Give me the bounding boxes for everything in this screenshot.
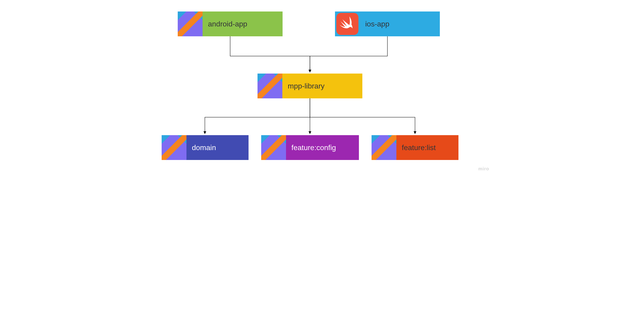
- node-label: mpp-library: [282, 82, 362, 90]
- node-feature-config: feature:config: [261, 135, 359, 160]
- node-domain: domain: [162, 135, 248, 160]
- edge-mpp-domain: [205, 98, 310, 134]
- watermark: miro: [478, 166, 489, 172]
- node-feature-list: feature:list: [372, 135, 458, 160]
- kotlin-icon: [178, 12, 202, 36]
- node-android-app: android-app: [178, 12, 282, 36]
- edge-ios-mpp: [310, 36, 388, 72]
- kotlin-icon: [162, 135, 186, 160]
- node-label: ios-app: [360, 20, 440, 28]
- kotlin-icon: [372, 135, 396, 160]
- node-label: domain: [186, 144, 248, 152]
- kotlin-icon: [261, 135, 286, 160]
- node-label: feature:list: [396, 144, 458, 152]
- node-label: android-app: [202, 20, 282, 28]
- diagram-canvas: android-app ios-app mpp-library domain f…: [152, 0, 492, 173]
- node-ios-app: ios-app: [335, 12, 440, 36]
- edge-android-mpp: [230, 36, 310, 72]
- node-mpp-library: mpp-library: [258, 74, 362, 98]
- kotlin-icon: [258, 74, 282, 98]
- swift-icon: [335, 12, 360, 36]
- edge-mpp-list: [310, 98, 415, 134]
- node-label: feature:config: [286, 144, 359, 152]
